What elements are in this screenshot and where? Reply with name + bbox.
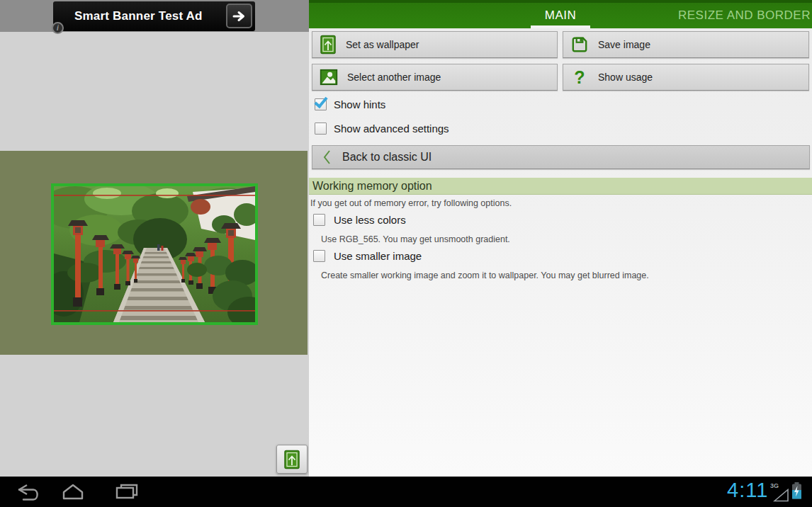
question-mark-icon: ?	[570, 67, 589, 88]
select-another-image-label: Select another image	[347, 72, 441, 83]
show-hints-label: Show hints	[334, 98, 385, 110]
arrow-right-icon	[232, 11, 247, 22]
floppy-save-icon	[570, 35, 589, 54]
use-less-colors-row[interactable]: Use less colors	[313, 214, 406, 226]
save-image-button[interactable]: Save image	[563, 31, 809, 58]
show-usage-label: Show usage	[598, 72, 653, 83]
ad-arrow-button[interactable]	[226, 4, 252, 28]
set-as-wallpaper-button[interactable]: Set as wallpaper	[312, 31, 558, 58]
wallpaper-up-icon	[320, 35, 337, 55]
use-smaller-image-label: Use smaller image	[334, 250, 422, 262]
settings-pane: MAIN RESIZE AND BORDER Set as wallpaper …	[309, 0, 812, 477]
set-wallpaper-mini-button[interactable]	[276, 445, 308, 474]
tab-resize-label: RESIZE AND BORDER	[678, 8, 811, 23]
back-to-classic-ui-label: Back to classic UI	[342, 151, 432, 164]
use-smaller-image-description: Create smaller working image and zoom it…	[321, 270, 649, 280]
image-picker-icon	[320, 68, 338, 86]
working-memory-title: Working memory option	[312, 180, 432, 193]
tab-resize-and-border[interactable]: RESIZE AND BORDER	[678, 3, 811, 28]
set-as-wallpaper-label: Set as wallpaper	[346, 39, 419, 50]
preview-photo-scene	[54, 186, 255, 322]
crop-line-bottom	[54, 310, 255, 312]
show-hints-checkbox[interactable]	[315, 98, 327, 110]
crop-line-top	[54, 195, 255, 196]
android-navigation-bar: 4:11	[0, 477, 812, 507]
show-advanced-settings-checkbox[interactable]	[315, 123, 327, 135]
chevron-left-icon	[322, 149, 331, 165]
preview-stage	[0, 151, 308, 355]
tab-bar: MAIN RESIZE AND BORDER	[309, 0, 812, 28]
ad-title: Smart Banner Test Ad	[74, 9, 203, 23]
show-advanced-settings-label: Show advanced settings	[334, 123, 449, 135]
use-less-colors-checkbox[interactable]	[313, 214, 325, 226]
show-usage-button[interactable]: ? Show usage	[563, 64, 809, 91]
ad-banner[interactable]: Smart Banner Test Ad i	[53, 1, 255, 31]
home-icon[interactable]	[62, 483, 84, 500]
back-to-classic-ui-button[interactable]: Back to classic UI	[312, 145, 810, 169]
tab-main-label: MAIN	[545, 8, 577, 23]
show-hints-row[interactable]: Show hints	[315, 98, 385, 110]
use-less-colors-description: Use RGB_565. You may get unsmooth gradie…	[321, 234, 510, 244]
use-smaller-image-checkbox[interactable]	[313, 250, 325, 262]
ad-info-icon[interactable]: i	[52, 22, 64, 34]
show-advanced-settings-row[interactable]: Show advanced settings	[315, 123, 449, 135]
memory-intro-text: If you get out of memory error, try foll…	[310, 198, 512, 208]
signal-strength-icon	[773, 489, 789, 502]
wallpaper-preview-image[interactable]	[51, 183, 258, 325]
tab-active-indicator	[531, 25, 590, 28]
working-memory-section-header: Working memory option	[309, 178, 812, 195]
recents-icon[interactable]	[115, 483, 139, 500]
status-clock: 4:11	[727, 479, 768, 502]
use-smaller-image-row[interactable]: Use smaller image	[313, 250, 422, 262]
battery-charging-icon	[791, 482, 802, 500]
use-less-colors-label: Use less colors	[334, 214, 406, 226]
save-image-label: Save image	[598, 39, 650, 50]
select-another-image-button[interactable]: Select another image	[312, 64, 558, 91]
ad-strip: Smart Banner Test Ad i	[0, 0, 309, 32]
app-screen: Smart Banner Test Ad i	[0, 0, 812, 507]
wallpaper-up-icon	[283, 450, 300, 469]
back-icon[interactable]	[14, 483, 40, 502]
